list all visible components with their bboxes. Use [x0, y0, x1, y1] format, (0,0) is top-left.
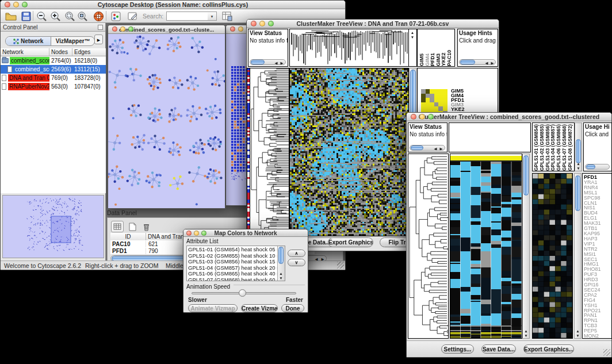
- tab-overflow-button[interactable]: ▶: [94, 35, 103, 44]
- scroll-left-icon[interactable]: ◀: [433, 147, 438, 151]
- save-button[interactable]: [19, 10, 33, 22]
- matrix-cell[interactable]: [426, 89, 430, 94]
- matrix-cell[interactable]: [434, 106, 439, 111]
- zoom-button[interactable]: [428, 114, 434, 120]
- zoom-button[interactable]: [128, 26, 133, 32]
- close-button[interactable]: [251, 21, 257, 26]
- tv1-dendro-scroll-strip[interactable]: ▲ ▼: [409, 29, 417, 67]
- close-button[interactable]: [230, 26, 235, 32]
- attribute-item[interactable]: GPL51-07 (GSM868) heat shock 60 min: [187, 277, 277, 282]
- move-up-button[interactable]: ∧: [288, 250, 305, 257]
- matrix-cell[interactable]: [438, 94, 443, 98]
- matrix-cell[interactable]: [421, 89, 426, 94]
- minimize-button[interactable]: [419, 114, 425, 120]
- scrollbar-thumb[interactable]: [523, 155, 529, 196]
- scroll-down-icon[interactable]: ▼: [576, 166, 582, 170]
- matrix-cell[interactable]: [434, 98, 439, 102]
- close-button[interactable]: [411, 114, 416, 120]
- tv2-gene-vscrollbar[interactable]: ▲ ▼: [574, 173, 582, 339]
- matrix-cell[interactable]: [443, 102, 447, 107]
- main-titlebar[interactable]: Cytoscape Desktop (Session Name: collins…: [1, 1, 345, 9]
- zoom-button[interactable]: [268, 21, 274, 26]
- delete-attribute-icon[interactable]: [140, 221, 152, 232]
- attribute-list-vscrollbar[interactable]: ▲ ▼: [277, 246, 285, 281]
- tv1-column-dendrogram[interactable]: [289, 29, 409, 67]
- scrollbar-thumb[interactable]: [576, 139, 581, 163]
- tv2-heatmap-vscrollbar[interactable]: ▲ ▼: [522, 154, 530, 339]
- tv2-summary-heatmap[interactable]: [532, 173, 573, 339]
- zoom-out-icon[interactable]: [35, 10, 49, 22]
- tv1-heatmap[interactable]: [289, 68, 409, 236]
- dp-col-id[interactable]: ID: [110, 233, 146, 241]
- scroll-up-icon[interactable]: ▲: [575, 329, 581, 333]
- tv2-column-dendrogram[interactable]: [449, 122, 531, 152]
- matrix-cell[interactable]: [430, 89, 434, 94]
- matrix-cell[interactable]: [430, 106, 434, 111]
- network-row[interactable]: DNA and Tran 07769(0)183728(0): [1, 74, 106, 82]
- scroll-right-icon[interactable]: ▶: [279, 61, 285, 65]
- matrix-cell[interactable]: [434, 89, 439, 94]
- matrix-cell[interactable]: [426, 98, 430, 102]
- minimize-button[interactable]: [120, 26, 125, 32]
- col-header-network[interactable]: Network: [1, 48, 49, 56]
- tv1-status-hscrollbar[interactable]: ◀ ▶: [250, 59, 286, 65]
- resize-grip[interactable]: [603, 349, 610, 356]
- close-button[interactable]: [186, 231, 192, 236]
- scroll-down-icon[interactable]: ▼: [575, 334, 581, 338]
- scroll-up-icon[interactable]: ▲: [576, 162, 582, 166]
- search-dropdown-icon[interactable]: ▼: [208, 12, 217, 21]
- matrix-cell[interactable]: [438, 102, 443, 107]
- scroll-up-icon[interactable]: ▲: [523, 329, 529, 333]
- attribute-item[interactable]: GPL51-01 (GSM854) heat shock 05 min: [187, 247, 277, 253]
- tv2-row-dendrogram[interactable]: [408, 154, 449, 339]
- scroll-down-icon[interactable]: ▼: [278, 276, 284, 280]
- create-vizmap-button[interactable]: Create Vizmap: [241, 304, 278, 312]
- export-graphics-button[interactable]: Export Graphics...: [523, 344, 574, 354]
- network-editor-icon[interactable]: [126, 10, 140, 22]
- minimize-button[interactable]: [259, 21, 265, 26]
- minimize-button[interactable]: [194, 231, 199, 236]
- new-attribute-icon[interactable]: [126, 221, 139, 232]
- matrix-cell[interactable]: [421, 98, 426, 102]
- table-mode-icon[interactable]: [111, 221, 124, 232]
- tv2-hints-hscrollbar[interactable]: [585, 164, 610, 170]
- tab-network[interactable]: Network: [6, 37, 51, 45]
- close-button[interactable]: [5, 2, 10, 7]
- network-view-1-titlebar[interactable]: combined_scores_good.txt--cluste...: [108, 25, 225, 34]
- matrix-cell[interactable]: [443, 106, 447, 111]
- close-button[interactable]: [112, 26, 117, 32]
- minimize-button[interactable]: [238, 26, 243, 32]
- resize-grip[interactable]: [337, 262, 344, 269]
- scroll-left-icon[interactable]: ◀: [484, 61, 489, 65]
- tab-vizmapper[interactable]: VizMapper™: [51, 37, 94, 45]
- zoom-selected-icon[interactable]: [63, 10, 77, 22]
- matrix-cell[interactable]: [443, 98, 447, 102]
- scrollbar-thumb[interactable]: [586, 164, 595, 169]
- scroll-up-icon[interactable]: ▲: [278, 271, 284, 275]
- zoom-in-icon[interactable]: [49, 10, 63, 22]
- scrollbar-thumb[interactable]: [460, 60, 475, 64]
- tv1-titlebar[interactable]: ClusterMaker TreeView : DNA and Tran 07-…: [247, 20, 499, 28]
- scrollbar-thumb[interactable]: [575, 175, 580, 211]
- matrix-cell[interactable]: [426, 94, 430, 98]
- network-overview-thumbnail[interactable]: [2, 195, 104, 258]
- matrix-cell[interactable]: [434, 102, 439, 107]
- matrix-cell[interactable]: [421, 94, 426, 98]
- matrix-cell[interactable]: [438, 106, 443, 111]
- network-row[interactable]: RNAPuberNov2+|563(0)107847(0): [1, 82, 106, 91]
- tv1-row-dendrogram[interactable]: [250, 68, 289, 236]
- open-file-button[interactable]: [4, 10, 18, 22]
- animate-vizmap-button[interactable]: Animate Vizmap: [188, 304, 238, 312]
- float-panel-icon[interactable]: [98, 25, 103, 30]
- matrix-cell[interactable]: [421, 102, 426, 107]
- tv2-titlebar[interactable]: ClusterMaker TreeView : combined_scores_…: [407, 113, 611, 121]
- scroll-right-icon[interactable]: ▶: [489, 61, 495, 65]
- minimize-button[interactable]: [13, 2, 19, 7]
- attribute-item[interactable]: GPL51-06 (GSM865) heat shock 40 min: [187, 271, 277, 277]
- col-header-nodes[interactable]: Nodes: [49, 48, 72, 56]
- matrix-cell[interactable]: [430, 98, 434, 102]
- save-data-button[interactable]: Save Data...: [481, 344, 516, 354]
- tv1-hints-hscrollbar[interactable]: ◀ ▶: [459, 59, 496, 65]
- scroll-down-icon[interactable]: ▼: [523, 334, 529, 338]
- export-graphics-button[interactable]: Export Graphics...: [328, 237, 373, 247]
